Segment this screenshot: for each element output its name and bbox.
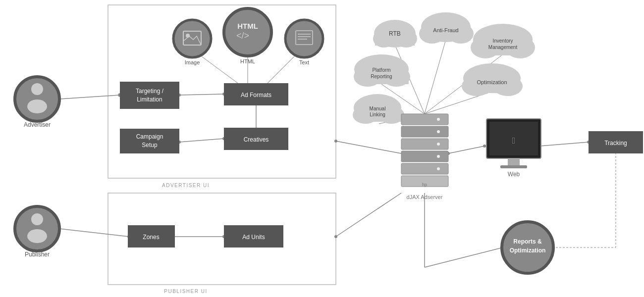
svg-line-12 xyxy=(425,40,446,114)
svg-point-120 xyxy=(437,155,440,158)
svg-text:hp: hp xyxy=(422,182,427,187)
svg-text:Tracking: Tracking xyxy=(604,140,627,147)
svg-text:Setup: Setup xyxy=(142,142,158,148)
svg-text:Web: Web xyxy=(508,171,520,178)
svg-rect-127 xyxy=(500,165,527,168)
reports-optimization-icon: Reports & Optimization xyxy=(502,222,553,273)
rtb-cloud: RTB xyxy=(373,20,417,48)
svg-rect-115 xyxy=(401,163,448,174)
anti-fraud-cloud: Anti-Fraud xyxy=(419,12,474,44)
creatives-button[interactable]: Creatives xyxy=(224,128,288,150)
tracking-button[interactable]: Tracking xyxy=(589,131,643,153)
advertiser-ui-label: ADVERTISER UI xyxy=(162,183,210,188)
svg-line-21 xyxy=(59,229,129,237)
svg-line-2 xyxy=(179,139,224,142)
ad-formats-button[interactable]: Ad Formats xyxy=(224,83,288,105)
svg-text:RTB: RTB xyxy=(389,30,401,37)
svg-text:Reports &: Reports & xyxy=(513,238,542,245)
publisher-icon: Publisher xyxy=(15,206,59,258)
svg-point-30 xyxy=(334,235,337,238)
svg-text:Ad Formats: Ad Formats xyxy=(241,92,271,99)
svg-point-119 xyxy=(437,143,440,146)
svg-text:Ad Units: Ad Units xyxy=(242,234,265,241)
svg-point-81 xyxy=(285,20,323,57)
campaign-setup-button[interactable]: Campaign Setup xyxy=(120,129,179,153)
svg-line-8 xyxy=(336,193,401,237)
svg-text:Reporting: Reporting xyxy=(371,74,392,79)
svg-line-0 xyxy=(59,95,120,99)
ad-units-button[interactable]: Ad Units xyxy=(224,225,283,248)
svg-text:HTML: HTML xyxy=(237,22,258,30)
svg-text:Limitation: Limitation xyxy=(137,96,162,103)
svg-text:Inventory: Inventory xyxy=(492,38,513,44)
svg-rect-114 xyxy=(401,151,448,162)
advertiser-icon: Advertiser xyxy=(15,77,59,128)
svg-line-7 xyxy=(336,141,401,153)
svg-line-10 xyxy=(540,142,589,146)
svg-rect-111 xyxy=(401,114,448,125)
svg-point-108 xyxy=(31,213,43,225)
svg-point-32 xyxy=(483,145,486,148)
svg-text:Linking: Linking xyxy=(370,112,385,117)
svg-text:HTML: HTML xyxy=(240,58,255,64)
djax-adserver-icon: hp dJAX Adserver xyxy=(401,114,448,200)
web-monitor-icon:  Web xyxy=(486,119,541,178)
svg-text:Publisher: Publisher xyxy=(25,251,50,258)
svg-text:Platform: Platform xyxy=(372,67,390,73)
svg-text:Optimization: Optimization xyxy=(477,79,507,85)
platform-cloud: Platform Reporting xyxy=(354,54,410,87)
optimization-cloud: Optimization xyxy=(462,63,523,96)
svg-text:dJAX Adserver: dJAX Adserver xyxy=(407,194,443,200)
svg-text:Optimization: Optimization xyxy=(510,247,546,254)
svg-point-117 xyxy=(437,118,440,121)
svg-rect-112 xyxy=(401,126,448,137)
svg-point-121 xyxy=(437,167,440,170)
svg-text:Zones: Zones xyxy=(143,234,159,241)
svg-point-104 xyxy=(31,83,43,95)
svg-rect-113 xyxy=(401,139,448,149)
html-format-icon: HTML </> HTML xyxy=(224,8,271,64)
svg-text:Campaign: Campaign xyxy=(136,133,163,140)
svg-rect-87 xyxy=(120,82,179,109)
svg-text:Anti-Fraud: Anti-Fraud xyxy=(433,27,458,33)
svg-rect-126 xyxy=(508,158,520,165)
svg-point-105 xyxy=(27,99,47,113)
svg-text:Manual: Manual xyxy=(370,106,386,111)
svg-rect-43 xyxy=(375,36,415,46)
svg-text:Creatives: Creatives xyxy=(244,136,269,143)
svg-line-1 xyxy=(179,94,224,95)
inventory-cloud: Inventory Management xyxy=(471,24,535,58)
text-format-icon: Text xyxy=(285,20,323,65)
svg-point-118 xyxy=(437,130,440,133)
svg-line-9 xyxy=(448,146,484,153)
targeting-button[interactable]: Targeting / Limitation xyxy=(120,82,179,109)
svg-text:Advertiser: Advertiser xyxy=(24,121,51,128)
zones-button[interactable]: Zones xyxy=(128,225,175,248)
svg-rect-90 xyxy=(120,129,179,153)
image-format-icon: Image xyxy=(173,20,211,65)
svg-line-18 xyxy=(425,248,503,267)
svg-text:</>: </> xyxy=(236,31,249,41)
svg-point-107 xyxy=(15,206,59,251)
manual-linking-cloud: Manual Linking xyxy=(353,94,404,124)
svg-text:Text: Text xyxy=(299,59,309,65)
svg-point-109 xyxy=(27,229,47,243)
svg-text:Image: Image xyxy=(185,59,200,65)
publisher-ui-label: PUBLISHER UI xyxy=(164,289,207,294)
svg-text::  xyxy=(512,136,516,146)
svg-text:Management: Management xyxy=(488,45,518,50)
svg-text:Targeting /: Targeting / xyxy=(136,88,164,95)
svg-point-29 xyxy=(334,140,337,143)
